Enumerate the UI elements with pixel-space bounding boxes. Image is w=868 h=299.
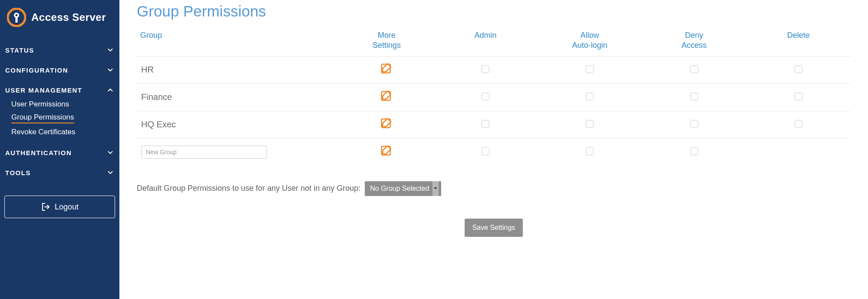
save-settings-button[interactable]: Save Settings — [465, 219, 523, 237]
delete-checkbox[interactable] — [795, 93, 802, 100]
col-header-allow-auto-login: AllowAuto-login — [538, 26, 642, 56]
default-group-label: Default Group Permissions to use for any… — [137, 184, 360, 193]
delete-checkbox[interactable] — [795, 120, 802, 128]
col-header-more-settings: MoreSettings — [340, 26, 433, 56]
new-group-input[interactable] — [141, 146, 267, 159]
admin-checkbox[interactable] — [482, 65, 489, 73]
default-group-row: Default Group Permissions to use for any… — [137, 181, 851, 196]
nav-header-user-management[interactable]: USER MANAGEMENT — [5, 86, 114, 94]
logout-icon — [41, 202, 51, 212]
group-name-cell: HR — [137, 56, 340, 83]
table-row: HQ Exec — [137, 111, 851, 138]
brand-logo-icon — [7, 8, 26, 27]
deny-access-checkbox[interactable] — [690, 120, 698, 128]
chevron-down-icon — [106, 149, 114, 156]
nav-section-configuration: CONFIGURATION — [4, 60, 115, 80]
dropdown-arrow-icon — [432, 181, 439, 196]
deny-access-checkbox[interactable] — [690, 65, 698, 73]
main-content: Group Permissions Group MoreSettings Adm… — [119, 0, 868, 299]
sidebar-item-user-permissions[interactable]: User Permissions — [11, 100, 114, 109]
admin-checkbox[interactable] — [482, 93, 489, 100]
table-row: Finance — [137, 83, 851, 111]
default-group-selected: No Group Selected — [370, 185, 429, 193]
edit-icon[interactable] — [380, 90, 393, 103]
nav-header-status[interactable]: STATUS — [5, 46, 114, 54]
col-header-group: Group — [137, 26, 340, 56]
admin-checkbox[interactable] — [482, 120, 489, 128]
nav-label: USER MANAGEMENT — [5, 86, 83, 94]
chevron-down-icon — [106, 46, 114, 54]
sidebar-item-group-permissions[interactable]: Group Permissions — [11, 113, 74, 123]
chevron-down-icon — [106, 66, 114, 74]
col-header-deny-access: DenyAccess — [642, 26, 746, 56]
logout-label: Logout — [55, 203, 79, 212]
allow-auto-login-checkbox[interactable] — [586, 93, 594, 100]
nav-section-tools: TOOLS — [4, 163, 115, 183]
page-title: Group Permissions — [137, 3, 851, 20]
col-header-delete: Delete — [746, 26, 851, 56]
chevron-up-icon — [106, 86, 114, 94]
sidebar-item-revoke-certificates[interactable]: Revoke Certificates — [11, 128, 114, 136]
allow-auto-login-checkbox[interactable] — [586, 147, 594, 155]
deny-access-checkbox[interactable] — [690, 147, 698, 155]
save-row: Save Settings — [137, 219, 851, 237]
nav-section-authentication: AUTHENTICATION — [4, 143, 115, 163]
nav-section-status: STATUS — [4, 40, 115, 60]
group-name-cell: Finance — [137, 83, 340, 111]
edit-icon[interactable] — [380, 145, 393, 158]
default-group-select[interactable]: No Group Selected — [365, 181, 441, 196]
nav-label: AUTHENTICATION — [5, 149, 72, 156]
group-name-cell: HQ Exec — [137, 111, 340, 138]
deny-access-checkbox[interactable] — [690, 93, 698, 100]
delete-checkbox[interactable] — [795, 65, 802, 73]
table-header-row: Group MoreSettings Admin AllowAuto-login… — [137, 26, 851, 56]
allow-auto-login-checkbox[interactable] — [586, 65, 594, 73]
edit-icon[interactable] — [380, 63, 393, 76]
nav-label: CONFIGURATION — [5, 66, 68, 74]
nav-header-authentication[interactable]: AUTHENTICATION — [5, 149, 114, 156]
svg-point-2 — [16, 14, 18, 17]
svg-rect-3 — [16, 17, 18, 23]
chevron-down-icon — [106, 169, 114, 176]
allow-auto-login-checkbox[interactable] — [586, 120, 594, 128]
logout-button[interactable]: Logout — [4, 196, 115, 218]
nav-label: STATUS — [5, 47, 34, 54]
table-row: HR — [137, 56, 851, 83]
nav-header-configuration[interactable]: CONFIGURATION — [5, 66, 114, 74]
group-permissions-table: Group MoreSettings Admin AllowAuto-login… — [137, 26, 851, 166]
nav-label: TOOLS — [5, 169, 31, 176]
col-header-admin: Admin — [433, 26, 538, 56]
brand-title: Access Server — [31, 11, 106, 23]
brand: Access Server — [4, 8, 115, 40]
sidebar: Access Server STATUS CONFIGURATION USER … — [0, 0, 119, 299]
nav-sub-user-management: User Permissions Group Permissions Revok… — [5, 94, 114, 136]
new-group-row — [137, 138, 851, 166]
nav-header-tools[interactable]: TOOLS — [5, 169, 114, 176]
admin-checkbox[interactable] — [482, 147, 489, 155]
nav-section-user-management: USER MANAGEMENT User Permissions Group P… — [4, 80, 115, 143]
edit-icon[interactable] — [380, 117, 393, 130]
